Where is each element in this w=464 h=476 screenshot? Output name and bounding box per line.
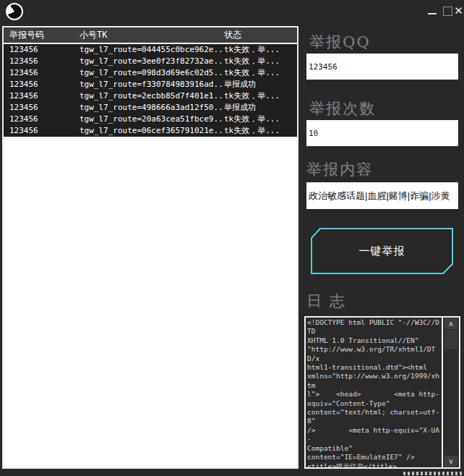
cell-account-tk: tgw_l7_route=20a63cea51fbce9... [80, 114, 224, 125]
report-qq-label: 举报QQ [309, 32, 370, 52]
cell-account-tk: tgw_l7_route=498666a3ad12f50... [80, 102, 224, 114]
chevron-up-icon: ∧ [448, 320, 453, 328]
minimize-button[interactable] [425, 0, 439, 22]
cell-account-tk: tgw_l7_route=2ecbb85d7f401e1... [80, 90, 224, 102]
cell-account-tk: tgw_l7_route=06cef365791021e... [80, 125, 224, 137]
report-content-label: 举报内容 [306, 159, 373, 179]
table-row[interactable]: 123456 tgw_l7_route=20a63cea51fbce9... t… [4, 114, 297, 125]
cell-account-tk: tgw_l7_route=3ee0f23f82732ae... [80, 56, 224, 67]
cell-status: tk失效，举... [224, 114, 297, 125]
cell-report-number: 123456 [4, 44, 80, 56]
table-row[interactable]: 123456 tgw_l7_route=f330784983916ad... 举… [4, 79, 297, 90]
cell-report-number: 123456 [4, 102, 80, 114]
cell-status: tk失效，举... [224, 125, 297, 137]
close-icon: ✕ [454, 0, 463, 22]
report-list-header: 举报号码 小号TK 状态 [4, 27, 297, 43]
table-row[interactable]: 123456 tgw_l7_route=098d3d69e6c02d5... t… [4, 67, 297, 79]
scroll-up-button[interactable]: ∧ [444, 318, 457, 329]
header-account-tk[interactable]: 小号TK [80, 27, 224, 43]
cell-report-number: 123456 [4, 114, 80, 125]
scroll-down-button[interactable]: ∨ [444, 456, 457, 467]
header-report-number[interactable]: 举报号码 [4, 27, 80, 43]
table-row[interactable]: 123456 tgw_l7_route=044455c0bce962e... t… [4, 44, 297, 56]
cell-report-number: 123456 [4, 79, 80, 90]
maximize-icon [443, 7, 452, 16]
cell-report-number: 123456 [4, 90, 80, 102]
log-textarea[interactable]: <!DOCTYPE html PUBLIC "-//W3C//DTD XHTML… [304, 316, 460, 469]
cell-report-number: 123456 [4, 67, 80, 79]
table-row[interactable]: 123456 tgw_l7_route=06cef365791021e... t… [4, 125, 297, 137]
report-button-label: 一键举报 [310, 228, 454, 274]
one-click-report-button[interactable]: 一键举报 [310, 228, 454, 274]
cell-status: 举报成功 [224, 79, 297, 90]
close-button[interactable]: ✕ [453, 0, 464, 22]
cell-status: tk失效，举... [224, 56, 297, 67]
chevron-down-icon: ∨ [448, 457, 453, 465]
title-bar: ✕ [0, 0, 464, 23]
cell-account-tk: tgw_l7_route=f330784983916ad... [80, 79, 224, 90]
cell-report-number: 123456 [4, 56, 80, 67]
cell-status: tk失效，举... [224, 90, 297, 102]
cell-status: tk失效，举... [224, 44, 297, 56]
report-list-rows: 123456 tgw_l7_route=044455c0bce962e... t… [4, 44, 297, 137]
report-count-label: 举报次数 [309, 98, 376, 119]
header-status[interactable]: 状态 [224, 27, 297, 43]
cell-account-tk: tgw_l7_route=044455c0bce962e... [80, 44, 224, 56]
app-icon [6, 3, 23, 20]
report-count-input[interactable] [306, 120, 458, 146]
cell-status: tk失效，举... [224, 67, 297, 79]
cell-status: 举报成功 [224, 102, 297, 114]
scrollbar-thumb[interactable] [444, 331, 457, 349]
log-content: <!DOCTYPE html PUBLIC "-//W3C//DTD XHTML… [307, 318, 442, 469]
log-label: 日 志 [306, 291, 346, 311]
maximize-button[interactable] [440, 0, 455, 22]
table-row[interactable]: 123456 tgw_l7_route=2ecbb85d7f401e1... t… [4, 90, 297, 102]
table-row[interactable]: 123456 tgw_l7_route=3ee0f23f82732ae... t… [4, 56, 297, 67]
report-qq-input[interactable] [306, 54, 458, 80]
minimize-icon [428, 13, 437, 14]
window-edge-artifact [403, 472, 463, 475]
table-row[interactable]: 123456 tgw_l7_route=498666a3ad12f50... 举… [4, 102, 297, 114]
report-content-input[interactable] [306, 182, 458, 209]
cell-report-number: 123456 [4, 125, 80, 137]
report-list[interactable]: 举报号码 小号TK 状态 123456 tgw_l7_route=044455c… [2, 26, 298, 469]
log-scrollbar[interactable]: ∧ ∨ [442, 318, 459, 467]
cell-account-tk: tgw_l7_route=098d3d69e6c02d5... [80, 67, 224, 79]
